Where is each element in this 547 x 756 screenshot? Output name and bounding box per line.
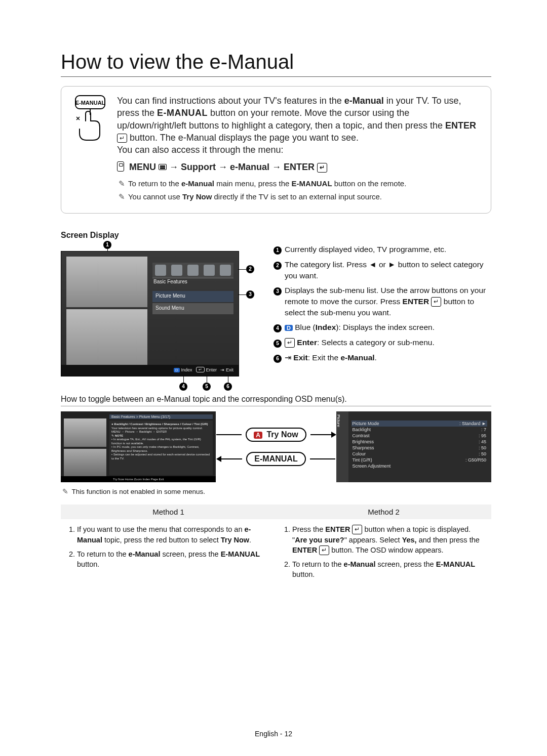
breadcrumb: Basic Features > Picture Menu (3/17) [109, 414, 213, 419]
menu-icon [159, 164, 167, 170]
list-item: To return to the e-Manual screen, press … [77, 549, 271, 570]
enter-icon: ↵ [431, 297, 441, 307]
svg-text:E-MANUAL: E-MANUAL [75, 100, 105, 106]
arrow-right-icon [310, 434, 336, 435]
legend-num-2: 2 [274, 262, 282, 270]
toggle-note: ✎ This function is not enabled in some m… [61, 487, 491, 495]
enter-icon: ↵ [285, 338, 295, 348]
table-row: Sharpness: 50 [351, 445, 487, 451]
legend-text-1: Currently displayed video, TV programme,… [285, 244, 491, 255]
category-label: Basic Features [153, 279, 187, 284]
methods-header: Method 1 Method 2 [61, 505, 491, 519]
try-now-pill: A Try Now [246, 428, 306, 442]
table-row: Picture Mode: Standard ► [351, 421, 487, 427]
note-2: ✎ You cannot use Try Now directly if the… [117, 192, 479, 202]
table-row: Colour: 50 [351, 451, 487, 457]
screen-mock: Basic Features Picture Menu Sound Menu D… [61, 251, 239, 376]
legend-text-5: ↵ Enter: Selects a category or sub-menu. [285, 337, 491, 348]
legend-num-5: 5 [274, 340, 282, 348]
page-title: How to view the e-Manual [61, 51, 491, 77]
callout-5: 5 [203, 383, 211, 391]
blue-d-icon: D [285, 325, 293, 331]
list-item: To return to the e-Manual screen, press … [292, 559, 486, 580]
method-2-body: Press the ENTER ↵ button when a topic is… [276, 524, 491, 583]
osd-sidebar: Picture [336, 411, 348, 482]
page-footer: English - 12 [0, 730, 547, 738]
method-2-label: Method 2 [276, 505, 491, 519]
arrow-left-icon [217, 458, 242, 459]
emanual-topic-mock: Basic Features > Picture Menu (3/17) ● B… [61, 411, 216, 482]
legend-text-2: The category list. Press ◄ or ► button t… [285, 259, 491, 281]
legend-text-4: D Blue (Index): Displays the index scree… [285, 322, 491, 333]
table-row: Brightness: 45 [351, 439, 487, 445]
category-bar [152, 263, 233, 278]
remote-icon [117, 161, 124, 172]
callout-4: 4 [179, 383, 187, 391]
button-name: E-MANUAL [157, 108, 208, 118]
topic-body: ● Backlight / Contrast / Brightness / Sh… [109, 421, 213, 475]
list-item: If you want to use the menu that corresp… [77, 524, 271, 545]
intro-text: You can find instructions about your TV'… [117, 96, 344, 106]
submenu-item-picture: Picture Menu [152, 291, 233, 302]
legend-text-6: ⇥ Exit: Exit the e-Manual. [285, 352, 491, 363]
note-icon: ✎ [117, 192, 126, 202]
note-1: ✎ To return to the e-Manual main menu, p… [117, 179, 479, 189]
screen-footer: D Index ↵ Enter ⇥ Exit [61, 365, 239, 376]
callout-1: 1 [103, 241, 111, 249]
toggle-diagram: Basic Features > Picture Menu (3/17) ● B… [61, 411, 491, 482]
thumb-1 [64, 418, 106, 447]
term-emanual: e-Manual [344, 96, 384, 106]
arrow-left-icon [310, 458, 335, 459]
video-thumbnail [66, 257, 147, 307]
intro-text-2: You can also access it through the menu: [117, 144, 479, 156]
menu-path: MENU → Support → e-Manual → ENTER ↵ [117, 161, 479, 173]
topic-footer: Try Now Home Zoom Index Page Exit [61, 476, 216, 482]
note-icon: ✎ [61, 487, 70, 495]
legend-text-3: Displays the sub-menu list. Use the arro… [285, 285, 491, 318]
table-row: Screen Adjustment [351, 463, 487, 469]
callout-3: 3 [246, 290, 254, 299]
submenu-item-sound: Sound Menu [152, 303, 233, 314]
legend-num-4: 4 [274, 324, 282, 332]
enter-icon: ↵ [317, 163, 327, 172]
toggle-heading: How to toggle between an e-Manual topic … [61, 395, 491, 406]
callout-6: 6 [224, 383, 232, 391]
arrow-right-icon [216, 434, 242, 435]
legend-num-6: 6 [274, 355, 282, 363]
table-row: Tint (G/R): G50/R50 [351, 457, 487, 463]
list-item: Press the ENTER ↵ button when a topic is… [292, 524, 486, 555]
legend: 1Currently displayed video, TV programme… [253, 244, 491, 367]
osd-mock: Picture Picture Mode: Standard ►Backligh… [336, 411, 491, 482]
table-row: Contrast: 95 [351, 433, 487, 439]
legend-num-3: 3 [274, 287, 282, 296]
table-row: Backlight: 7 [351, 427, 487, 433]
method-1-label: Method 1 [61, 505, 276, 519]
screen-display-heading: Screen Display [61, 231, 491, 240]
video-thumbnail-large [66, 309, 147, 371]
enter-icon: ↵ [319, 545, 329, 555]
intro-box: E-MANUAL You can find instructions about… [61, 86, 491, 214]
emanual-pill: E-MANUAL [246, 452, 305, 466]
remote-press-icon: E-MANUAL [72, 95, 110, 141]
legend-num-1: 1 [274, 246, 282, 255]
callout-2: 2 [246, 265, 254, 273]
red-a-icon: A [254, 432, 262, 439]
method-1-body: If you want to use the menu that corresp… [61, 524, 276, 583]
enter-icon: ↵ [352, 525, 362, 534]
screen-mock-column: 1 Basic Features Picture Menu Sound Menu… [61, 244, 253, 376]
thumb-2 [64, 449, 106, 478]
enter-icon: ↵ [117, 134, 127, 143]
note-icon: ✎ [117, 179, 126, 189]
